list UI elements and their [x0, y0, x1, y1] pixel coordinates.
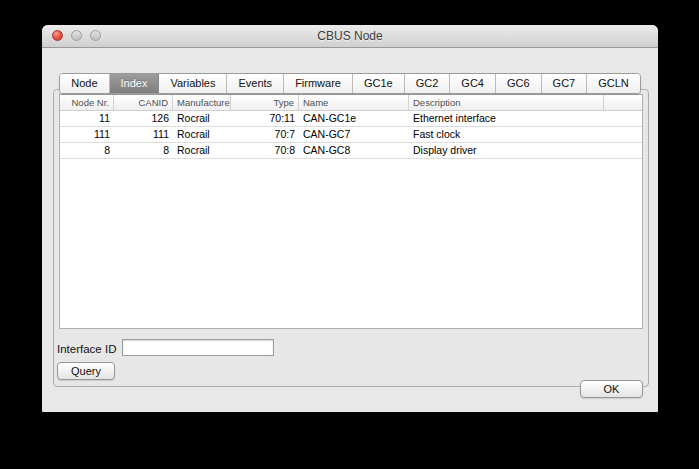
ok-button[interactable]: OK	[580, 380, 643, 398]
table-cell	[604, 111, 642, 126]
window-title: CBUS Node	[42, 25, 658, 47]
table-row[interactable]: 11126Rocrail70:11CAN-GC1eEthernet interf…	[60, 111, 642, 127]
table-cell: 111	[60, 127, 114, 142]
tab-events[interactable]: Events	[227, 74, 284, 93]
table-cell: CAN-GC8	[299, 143, 409, 158]
tab-segments: NodeIndexVariablesEventsFirmwareGC1eGC2G…	[59, 73, 641, 94]
table-cell: Rocrail	[173, 143, 231, 158]
table-cell	[604, 127, 642, 142]
tab-gc2[interactable]: GC2	[405, 74, 451, 93]
column-header-description[interactable]: Description	[409, 95, 604, 110]
tab-gc4[interactable]: GC4	[450, 74, 496, 93]
table-row[interactable]: 88Rocrail70:8CAN-GC8Display driver	[60, 143, 642, 159]
table-cell: 8	[114, 143, 173, 158]
table-cell: Ethernet interface	[409, 111, 604, 126]
table-body: 11126Rocrail70:11CAN-GC1eEthernet interf…	[60, 111, 642, 328]
table-cell	[604, 143, 642, 158]
tab-node[interactable]: Node	[60, 74, 109, 93]
node-table[interactable]: Node Nr.CANIDManufacturerTypeNameDescrip…	[59, 94, 643, 329]
table-cell: Rocrail	[173, 111, 231, 126]
column-header-spare[interactable]	[604, 95, 642, 110]
window-content: NodeIndexVariablesEventsFirmwareGC1eGC2G…	[42, 48, 658, 412]
cbus-node-window: CBUS Node NodeIndexVariablesEventsFirmwa…	[42, 25, 658, 412]
column-header-name[interactable]: Name	[299, 95, 409, 110]
tab-gc6[interactable]: GC6	[496, 74, 542, 93]
table-cell: 111	[114, 127, 173, 142]
tab-bar: NodeIndexVariablesEventsFirmwareGC1eGC2G…	[42, 73, 658, 94]
table-cell: CAN-GC7	[299, 127, 409, 142]
tab-gc7[interactable]: GC7	[542, 74, 588, 93]
tab-gcln[interactable]: GCLN	[587, 74, 640, 93]
table-cell: 8	[60, 143, 114, 158]
table-cell: Fast clock	[409, 127, 604, 142]
table-row[interactable]: 111111Rocrail70:7CAN-GC7Fast clock	[60, 127, 642, 143]
query-button[interactable]: Query	[57, 362, 115, 380]
table-cell: 126	[114, 111, 173, 126]
tab-firmware[interactable]: Firmware	[284, 74, 353, 93]
column-header-type[interactable]: Type	[231, 95, 299, 110]
table-header: Node Nr.CANIDManufacturerTypeNameDescrip…	[60, 95, 642, 111]
table-cell: Display driver	[409, 143, 604, 158]
column-header-canid[interactable]: CANID	[114, 95, 173, 110]
interface-id-input[interactable]	[122, 339, 274, 356]
title-bar[interactable]: CBUS Node	[42, 25, 658, 48]
tab-gc1e[interactable]: GC1e	[353, 74, 405, 93]
table-cell: CAN-GC1e	[299, 111, 409, 126]
column-header-manufacturer[interactable]: Manufacturer	[173, 95, 231, 110]
table-cell: 70:8	[231, 143, 299, 158]
column-header-node-nr-[interactable]: Node Nr.	[60, 95, 114, 110]
table-cell: Rocrail	[173, 127, 231, 142]
interface-id-label: Interface ID	[57, 343, 116, 355]
table-cell: 70:7	[231, 127, 299, 142]
tab-index[interactable]: Index	[110, 74, 160, 93]
table-cell: 11	[60, 111, 114, 126]
tab-variables[interactable]: Variables	[159, 74, 227, 93]
table-cell: 70:11	[231, 111, 299, 126]
